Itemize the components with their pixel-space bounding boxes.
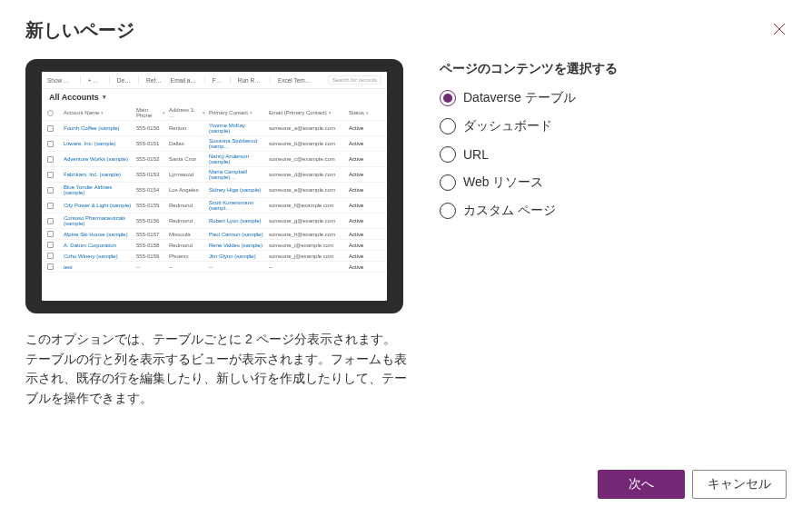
cell-city: Phoenix [169, 254, 205, 259]
cell-city: Lynnwood [169, 172, 205, 177]
close-button[interactable] [767, 16, 792, 42]
cell-status: Active [349, 218, 371, 224]
cell-email: someone_e@example.com [269, 187, 345, 193]
cell-contact: Maria Campbell (sample)… [209, 169, 265, 180]
cell-contact: Paul Cannon (sample) [209, 232, 265, 237]
cell-name: Blue Yonder Airlines (sample) [64, 184, 133, 195]
cell-city: Redmond [169, 203, 205, 208]
option-description: このオプションでは、テーブルごとに 2 ページ分表示されます。テーブルの行と列を… [25, 330, 407, 409]
table-row: Fourth Coffee (sample)555-0150RentonYvon… [42, 121, 387, 136]
row-checkbox [47, 253, 54, 259]
dialog-body: Show Chart + New Delete Refresh Email a … [25, 59, 787, 461]
cell-email: someone_j@example.com [269, 254, 345, 259]
preview-screen: Show Chart + New Delete Refresh Email a … [42, 72, 387, 301]
row-checkbox [47, 156, 54, 163]
cell-contact: Scott Konersmann (sampl… [209, 200, 265, 211]
row-checkbox [47, 141, 54, 147]
cell-name: Litware, Inc. (sample) [64, 141, 133, 146]
radio-option-custom[interactable]: カスタム ページ [440, 203, 787, 219]
cell-phone: 555-0158 [136, 243, 165, 248]
table-row: test--------Active [42, 262, 387, 273]
toolbar-refresh: Refresh [146, 77, 163, 84]
cell-phone: 555-0150 [136, 125, 165, 131]
close-icon [773, 23, 786, 35]
cell-status: Active [349, 156, 371, 162]
cell-status: Active [349, 172, 371, 177]
radio-icon [440, 146, 456, 163]
cell-city: Los Angeles [169, 187, 205, 193]
table-row: City Power & Light (sample)555-0155Redmo… [42, 198, 387, 214]
cancel-button[interactable]: キャンセル [692, 470, 787, 499]
preview-grid-header: Account Name Main Phone Address 1: … Pri… [42, 105, 387, 121]
cell-phone: 555-0156 [136, 218, 165, 224]
cell-contact: Robert Lyon (sample) [209, 218, 265, 224]
row-checkbox [47, 242, 54, 248]
chevron-down-icon: ▾ [103, 94, 106, 101]
preview-grid-body: Fourth Coffee (sample)555-0150RentonYvon… [42, 121, 387, 273]
radio-icon [440, 174, 456, 191]
cell-email: -- [269, 264, 345, 270]
toolbar-new: + New [88, 77, 102, 84]
table-row: A. Datum Corporation555-0158RedmondRene … [42, 240, 387, 251]
cell-email: someone_g@example.com [269, 218, 345, 224]
cell-city: Santa Cruz [169, 156, 205, 162]
radio-icon [440, 118, 456, 134]
cell-status: Active [349, 232, 371, 237]
col-contact: Primary Contact [209, 110, 265, 115]
row-checkbox [47, 125, 54, 132]
toolbar-flow: Flow [213, 77, 223, 84]
row-checkbox [47, 263, 54, 270]
cell-phone: -- [136, 264, 165, 270]
radio-option-dataverse[interactable]: Dataverse テーブル [440, 90, 787, 106]
table-row: Contoso Pharmaceuticals (sample)555-0156… [42, 214, 387, 229]
cell-phone: 555-0157 [136, 232, 165, 237]
row-checkbox [47, 203, 54, 209]
cell-email: someone_d@example.com [269, 172, 345, 177]
radio-icon [440, 203, 456, 219]
cell-phone: 555-0159 [136, 254, 165, 259]
toolbar-show-chart: Show Chart [47, 77, 73, 84]
toolbar-search: Search for records [328, 75, 381, 85]
table-row: Alpine Ski House (sample)555-0157Missoul… [42, 229, 387, 240]
radio-label: カスタム ページ [463, 203, 556, 219]
cell-contact: -- [209, 264, 265, 270]
radio-label: ダッシュボード [463, 118, 552, 134]
cell-city: Missoula [169, 232, 205, 237]
cell-name: test [64, 264, 133, 270]
row-checkbox [47, 218, 54, 224]
cell-city: Redmond [169, 243, 205, 248]
radio-label: Dataverse テーブル [463, 90, 576, 106]
cell-phone: 555-0154 [136, 187, 165, 193]
radio-option-webresource[interactable]: Web リソース [440, 174, 787, 191]
cell-email: someone_b@example.com [269, 141, 345, 146]
radio-option-url[interactable]: URL [440, 146, 787, 163]
row-checkbox [47, 187, 54, 194]
table-row: Coho Winery (sample)555-0159PhoenixJim G… [42, 251, 387, 262]
toolbar-excel: Excel Templates [278, 77, 313, 84]
new-page-dialog: 新しいページ Show Chart + New Delete Refresh E… [0, 0, 812, 517]
col-email: Email (Primary Contact) [269, 110, 345, 115]
cell-contact: Susanna Stubberod (samp… [209, 138, 265, 149]
dialog-title: 新しいページ [25, 18, 134, 43]
cell-phone: 555-0151 [136, 141, 165, 146]
cell-status: Active [349, 125, 371, 131]
col-phone: Main Phone [136, 107, 165, 118]
cell-name: City Power & Light (sample) [64, 203, 133, 208]
table-row: Litware, Inc. (sample)555-0151DallasSusa… [42, 136, 387, 152]
cell-name: A. Datum Corporation [64, 243, 133, 248]
toolbar-delete: Delete [117, 77, 131, 84]
dialog-footer: 次へ キャンセル [25, 461, 787, 499]
radio-label: Web リソース [463, 174, 543, 191]
cell-status: Active [349, 264, 371, 270]
radio-option-dashboard[interactable]: ダッシュボード [440, 118, 787, 134]
table-row: Adventure Works (sample)555-0152Santa Cr… [42, 152, 387, 167]
cell-name: Fabrikam, Inc. (sample) [64, 172, 133, 177]
cell-name: Contoso Pharmaceuticals (sample) [64, 215, 133, 226]
preview-view-title: All Accounts [49, 93, 99, 102]
cell-phone: 555-0152 [136, 156, 165, 162]
next-button[interactable]: 次へ [598, 470, 685, 499]
content-type-radio-group: Dataverse テーブルダッシュボードURLWeb リソースカスタム ページ [440, 90, 787, 219]
cell-email: someone_h@example.com [269, 232, 345, 237]
cell-status: Active [349, 254, 371, 259]
cell-contact: Nancy Anderson (sample) [209, 154, 265, 164]
